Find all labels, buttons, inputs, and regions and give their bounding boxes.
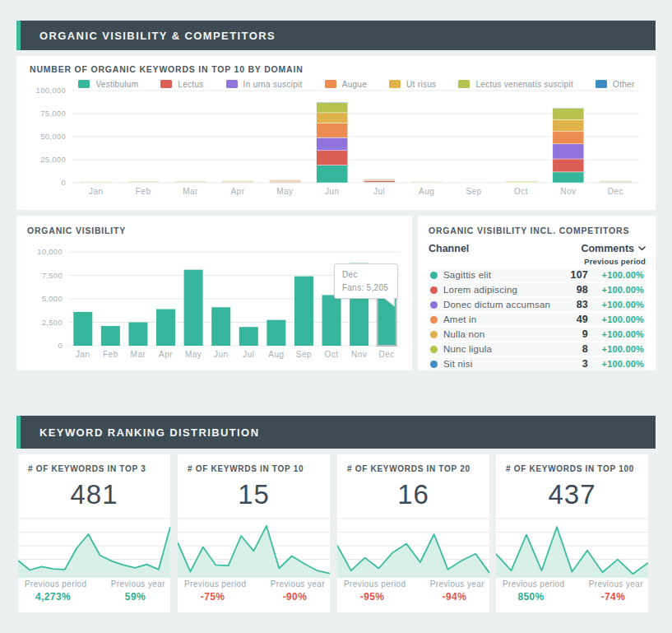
previous-year-value: -74% — [578, 591, 648, 603]
legend-item-augue[interactable]: Augue — [325, 80, 367, 89]
legend-swatch — [389, 80, 401, 88]
svg-text:25,000: 25,000 — [40, 155, 66, 164]
table-row[interactable]: Lorem adipiscing98+100.00% — [429, 283, 646, 296]
previous-period-value: -75% — [178, 591, 248, 603]
previous-period-label: Previous period — [184, 579, 246, 589]
table-row[interactable]: Nunc ligula8+100.00% — [429, 342, 646, 356]
legend-swatch — [325, 80, 336, 88]
previous-year-label: Previous year — [111, 579, 165, 589]
previous-year-value: -94% — [419, 591, 489, 603]
kpi-stat-labels: Previous period Previous year — [344, 579, 484, 589]
column-header-comments[interactable]: Comments — [581, 243, 646, 254]
tooltip-value: Fans: 5,205 — [342, 282, 390, 295]
comments-value: 107 — [558, 269, 588, 281]
previous-period-value: 850% — [496, 591, 566, 603]
kpi-value: 481 — [18, 479, 170, 510]
kpi-sparkline-chart[interactable] — [18, 517, 170, 578]
column-subheader-previous-period: Previous period — [429, 257, 646, 268]
previous-period-change: +100.00% — [588, 329, 646, 339]
previous-year-value: 59% — [100, 591, 170, 603]
comments-value: 98 — [558, 284, 588, 296]
svg-text:Aug: Aug — [419, 187, 434, 196]
comments-value: 9 — [558, 328, 588, 340]
organic-visibility-card: ORGANIC VISIBILITY 02,5005,0007,50010,00… — [16, 216, 412, 370]
channel-color-dot — [430, 346, 438, 353]
kpi-sparkline-chart[interactable] — [496, 517, 648, 578]
previous-year-value: -90% — [260, 591, 330, 603]
legend-item-ut-risus[interactable]: Ut risus — [389, 80, 436, 89]
section-accent-bar — [16, 21, 21, 50]
previous-period-change: +100.00% — [588, 344, 646, 354]
previous-year-label: Previous year — [430, 579, 484, 589]
legend-item-other[interactable]: Other — [596, 80, 635, 89]
kpi-value: 16 — [337, 479, 489, 510]
tooltip-month: Dec — [342, 268, 390, 282]
keywords-by-domain-card: NUMBER OF ORGANIC KEYWORDS IN TOP 10 BY … — [16, 56, 656, 210]
seo-dashboard: ORGANIC VISIBILITY & COMPETITORS NUMBER … — [0, 0, 672, 633]
svg-text:2,500: 2,500 — [42, 318, 63, 327]
channel-name: Nunc ligula — [443, 344, 558, 354]
legend-label: Lectus venenatis suscipit — [475, 80, 573, 89]
previous-period-change: +100.00% — [588, 314, 646, 324]
kpi-title: # OF KEYWORDS IN TOP 20 — [347, 464, 470, 473]
table-row[interactable]: Sit nisi3+100.00% — [429, 357, 646, 370]
channel-name: Nulla non — [443, 329, 558, 339]
kpi-title: # OF KEYWORDS IN TOP 100 — [506, 464, 634, 473]
previous-period-label: Previous period — [25, 579, 86, 589]
svg-text:Aug: Aug — [268, 350, 284, 359]
kpi-stat-values: 4,273% 59% — [18, 591, 170, 603]
svg-text:Jul: Jul — [373, 187, 385, 196]
svg-text:Jun: Jun — [214, 350, 229, 359]
comments-value: 3 — [558, 358, 588, 370]
kpi-stat-labels: Previous period Previous year — [25, 579, 165, 589]
table-row[interactable]: Sagittis elit107+100.00% — [429, 268, 646, 282]
svg-text:Mar: Mar — [183, 187, 198, 196]
channel-color-dot — [430, 331, 438, 338]
legend-swatch — [226, 80, 238, 88]
svg-text:0: 0 — [61, 178, 66, 187]
legend-swatch — [458, 80, 470, 88]
section-accent-bar — [16, 416, 21, 449]
svg-text:Nov: Nov — [351, 350, 367, 359]
svg-text:May: May — [185, 350, 202, 359]
kpi-card-top10: # OF KEYWRDS IN TOP 10 15 Previous perio… — [178, 454, 330, 612]
svg-text:Oct: Oct — [514, 187, 528, 196]
kpi-sparkline-chart[interactable] — [337, 517, 489, 578]
svg-text:100,000: 100,000 — [36, 86, 66, 95]
svg-text:7,500: 7,500 — [42, 271, 63, 280]
legend-item-lectus-venenatis-suscipit[interactable]: Lectus venenatis suscipit — [458, 80, 573, 89]
legend-swatch — [78, 80, 90, 88]
svg-text:Jan: Jan — [89, 187, 104, 196]
kpi-stat-values: -75% -90% — [178, 591, 330, 603]
kpi-card-top3: # OF KEYWORDS IN TOP 3 481 Previous peri… — [18, 454, 170, 612]
legend-item-in-urna-suscipit[interactable]: In urna suscipit — [226, 80, 303, 89]
legend-item-lectus[interactable]: Lectus — [160, 80, 203, 89]
previous-period-change: +100.00% — [588, 285, 646, 295]
channel-name: Lorem adipiscing — [443, 285, 558, 295]
kpi-sparkline-chart[interactable] — [178, 517, 330, 578]
svg-text:Nov: Nov — [560, 187, 576, 196]
table-body: Sagittis elit107+100.00%Lorem adipiscing… — [429, 268, 646, 370]
previous-period-label: Previous period — [503, 579, 564, 589]
svg-text:Feb: Feb — [103, 350, 118, 359]
comments-value: 83 — [558, 299, 588, 310]
previous-period-value: 4,273% — [18, 591, 88, 603]
legend-item-vestibulum[interactable]: Vestibulum — [78, 80, 138, 89]
svg-text:Jul: Jul — [243, 350, 254, 359]
svg-text:Mar: Mar — [131, 350, 146, 359]
previous-period-change: +100.00% — [588, 270, 646, 280]
svg-text:Apr: Apr — [159, 350, 173, 359]
chart-legend: VestibulumLectusIn urna suscipitAugueUt … — [74, 77, 639, 91]
svg-text:Sep: Sep — [296, 350, 312, 359]
kpi-card-top20: # OF KEYWORDS IN TOP 20 16 Previous peri… — [337, 454, 489, 612]
svg-text:10,000: 10,000 — [37, 247, 63, 256]
kpi-stat-values: -95% -94% — [337, 591, 489, 603]
table-row[interactable]: Nulla non9+100.00% — [429, 328, 646, 341]
legend-swatch — [160, 80, 172, 88]
channel-name: Amet in — [443, 314, 558, 324]
svg-text:5,000: 5,000 — [42, 294, 63, 303]
legend-swatch — [596, 80, 607, 88]
table-row[interactable]: Amet in49+100.00% — [429, 313, 646, 326]
table-row[interactable]: Donec dictum accumsan83+100.00% — [429, 298, 646, 311]
section-header-organic-visibility: ORGANIC VISIBILITY & COMPETITORS — [16, 21, 656, 50]
